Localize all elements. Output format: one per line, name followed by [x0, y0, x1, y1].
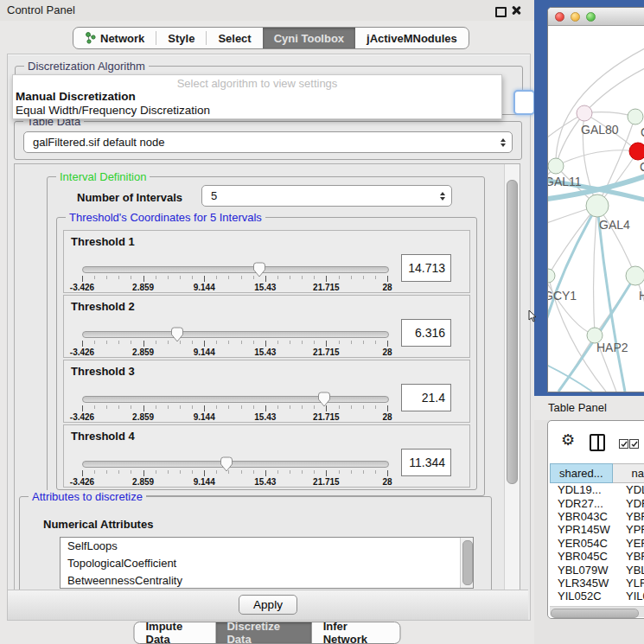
network-edge[interactable]	[556, 150, 638, 166]
slider-tick-labels: -3.4262.8599.14415.4321.71528	[82, 412, 387, 421]
tick-mark	[290, 405, 290, 409]
gear-icon[interactable]: ⚙	[561, 432, 575, 448]
close-traffic-light-icon[interactable]	[555, 12, 564, 22]
zoom-traffic-light-icon[interactable]	[586, 12, 596, 22]
tick-mark	[326, 276, 327, 282]
tick-mark	[387, 470, 388, 476]
threshold-slider-1[interactable]	[82, 266, 389, 273]
tick-mark	[253, 341, 254, 344]
network-edge[interactable]	[594, 206, 597, 335]
table-row[interactable]: YDR27...YDR27...	[550, 496, 644, 509]
control-panel-titlebar: Control Panel	[0, 0, 534, 21]
float-window-icon[interactable]	[495, 7, 507, 17]
attribute-item-topologicalcoefficient[interactable]: TopologicalCoefficient	[61, 555, 473, 572]
tick-mark	[375, 341, 376, 344]
network-canvas[interactable]: GAL80GACGAL11GAL4GCY1HHAP2	[548, 25, 644, 392]
tick-label: -3.426	[70, 283, 94, 292]
table-body: YDL19...YDL19...YDR27...YDR27...YBR043CY…	[550, 483, 644, 606]
threshold-slider-3[interactable]	[82, 396, 389, 403]
tab-style[interactable]: Style	[156, 28, 206, 48]
network-node-h[interactable]	[626, 266, 644, 285]
network-node-gal4[interactable]	[586, 194, 609, 217]
threshold-value-field[interactable]: 21.4	[401, 384, 451, 411]
threshold-label: Threshold 2	[71, 300, 135, 313]
algorithm-option-equal-width[interactable]: Equal Width/Frequency Discretization	[16, 104, 210, 117]
table-data-combobox[interactable]: galFiltered.sif default node	[23, 131, 513, 153]
thresholds-group-label: Threshold's Coordinates for 5 Intervals	[66, 211, 265, 224]
threshold-value-field[interactable]: 14.713	[401, 254, 451, 282]
algorithm-option-manual[interactable]: Manual Discretization	[16, 90, 136, 103]
tab-network[interactable]: Network	[73, 28, 156, 48]
apply-button[interactable]: Apply	[239, 595, 297, 615]
network-node-gal11[interactable]	[548, 158, 564, 174]
table-row[interactable]: YBR043CYBR043C	[550, 510, 644, 523]
node-label-hap2: HAP2	[596, 341, 628, 354]
slider-ticks	[82, 341, 387, 348]
node-label-ga: GA	[641, 125, 644, 139]
tick-label: 15.43	[254, 412, 276, 422]
tick-mark	[156, 341, 156, 344]
table-row[interactable]: YLR345WYLR345W	[550, 577, 644, 590]
numerical-attributes-list[interactable]: SelfLoopsTopologicalCoefficientBetweenne…	[60, 537, 474, 589]
checkbox-icon[interactable]	[619, 439, 628, 449]
column-header-shared-name[interactable]: shared...	[550, 463, 613, 483]
column-header-name[interactable]: na	[613, 463, 644, 483]
tick-mark	[339, 405, 340, 409]
network-node-c[interactable]	[629, 143, 644, 160]
tab-select[interactable]: Select	[207, 28, 262, 48]
attributes-list-scrollbar[interactable]	[460, 538, 473, 588]
settings-vertical-scrollbar[interactable]	[504, 164, 520, 590]
attribute-items: SelfLoopsTopologicalCoefficientBetweenne…	[61, 538, 473, 589]
table-row[interactable]: YER054CYER054C	[550, 537, 644, 550]
attribute-item-betweennesscentrality[interactable]: BetweennessCentrality	[61, 572, 473, 589]
attribute-item-selfloops[interactable]: SelfLoops	[61, 538, 473, 555]
table-row[interactable]: YBR045CYBR045C	[550, 550, 644, 563]
table-row[interactable]: YBL079WYBL079W	[550, 563, 644, 576]
tick-mark	[253, 470, 254, 474]
tab-discretize-data[interactable]: Discretize Data	[215, 622, 311, 643]
table-row[interactable]: YDL19...YDL19...	[550, 483, 644, 496]
table-row[interactable]: YPR145WYPR145W	[550, 523, 644, 536]
table-horizontal-scrollbar[interactable]	[550, 606, 644, 617]
settings-scroll-thumb[interactable]	[507, 180, 518, 484]
network-node-ga[interactable]	[628, 109, 643, 124]
interval-definition-group: Interval Definition Number of Intervals …	[47, 176, 485, 496]
threshold-slider-2[interactable]	[82, 331, 389, 338]
threshold-slider-4[interactable]	[82, 461, 389, 468]
threshold-value-field[interactable]: 6.316	[401, 319, 451, 347]
tab-cyni-toolbox[interactable]: Cyni Toolbox	[263, 28, 355, 48]
split-view-icon[interactable]	[590, 434, 605, 451]
table-data-value: galFiltered.sif default node	[33, 136, 164, 149]
tick-mark	[143, 341, 144, 347]
cell-shared-name: YBR043C	[550, 510, 615, 523]
cell-name: YDR27...	[615, 497, 644, 510]
number-of-intervals-combobox[interactable]: 5	[201, 185, 452, 207]
algorithm-combobox[interactable]	[513, 90, 535, 115]
close-icon[interactable]	[511, 5, 520, 15]
tick-mark	[363, 405, 364, 409]
checkbox-icon[interactable]	[629, 439, 639, 449]
attributes-list-scroll-thumb[interactable]	[462, 540, 473, 585]
tick-mark	[265, 470, 266, 476]
tick-mark	[106, 470, 107, 474]
network-node-gal80[interactable]	[577, 105, 592, 121]
tick-mark	[156, 276, 156, 279]
tick-mark	[228, 276, 229, 279]
minimize-traffic-light-icon[interactable]	[571, 12, 580, 22]
tick-mark	[192, 470, 193, 474]
tab-jactivemnodules[interactable]: jActiveMNodules	[355, 28, 469, 48]
tick-mark	[351, 341, 352, 344]
network-node-gcy1[interactable]	[548, 269, 555, 283]
tab-infer-network[interactable]: Infer Network	[312, 622, 400, 643]
tick-label: 9.144	[194, 348, 215, 357]
tab-impute-data[interactable]: Impute Data	[135, 622, 216, 643]
network-edge[interactable]	[584, 68, 644, 113]
threshold-value-field[interactable]: 11.344	[401, 449, 451, 476]
table-row[interactable]: YIL052CYIL052C	[550, 590, 644, 603]
table-hscroll-thumb[interactable]	[551, 609, 639, 618]
tick-mark	[228, 470, 229, 474]
tick-label: 28	[382, 477, 392, 487]
tick-mark	[118, 470, 119, 474]
tick-label: 28	[382, 348, 392, 357]
apply-strip: Apply	[8, 590, 528, 620]
